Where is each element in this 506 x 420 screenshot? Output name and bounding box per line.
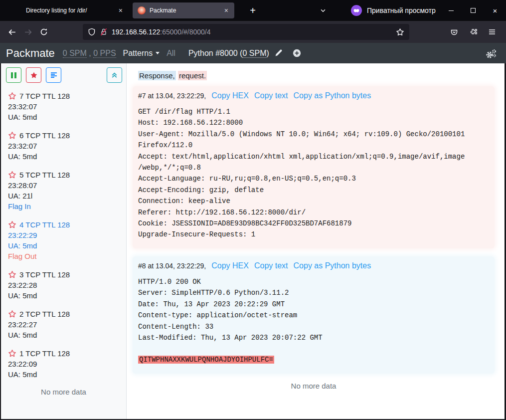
extensions-puzzle-icon[interactable] xyxy=(465,24,481,40)
favorite-star-icon[interactable] xyxy=(8,92,16,100)
tab-directory-listing[interactable]: Directory listing for /dir/ × xyxy=(7,2,129,18)
all-services-link[interactable]: All xyxy=(167,49,175,58)
stream-user-agent: UA: 5md xyxy=(8,369,119,380)
edit-service-pencil-icon[interactable] xyxy=(274,49,283,57)
url-bar[interactable]: 192.168.56.122:65000/#/8000/4 xyxy=(83,24,409,40)
pocket-icon[interactable] xyxy=(446,24,462,40)
stream-time: 23:22:29 xyxy=(8,230,119,240)
copy-text-link[interactable]: Copy text xyxy=(254,261,288,270)
copy-text-link[interactable]: Copy text xyxy=(254,91,288,100)
packet-header: #7 at 13.04, 23:22:29, xyxy=(138,92,206,100)
caret-down-icon xyxy=(156,52,160,54)
double-chevron-up-icon xyxy=(111,71,118,79)
tab-packmate[interactable]: Packmate × xyxy=(133,2,234,18)
pps-stat: 0 PPS xyxy=(93,49,116,58)
maximize-button[interactable] xyxy=(462,0,484,21)
window-controls: × xyxy=(440,0,506,21)
stream-item-3[interactable]: 3 TCP TTL 128 23:22:28 UA: 5md xyxy=(8,269,119,301)
stream-title: 2 TCP TTL 128 xyxy=(19,309,70,319)
settings-gears-icon[interactable] xyxy=(485,48,497,59)
traffic-stats: 0 SPM , 0 PPS xyxy=(63,49,116,58)
stream-item-2[interactable]: 2 TCP TTL 128 23:22:27 UA: 5md xyxy=(8,309,119,340)
tab-bar: Directory listing for /dir/ × Packmate ×… xyxy=(0,0,506,21)
copy-hex-link[interactable]: Copy HEX xyxy=(211,261,249,270)
stream-title: 4 TCP TTL 128 xyxy=(19,219,70,230)
stream-user-agent: UA: 5md xyxy=(8,240,119,251)
stream-list: 7 TCP TTL 128 23:32:07 UA: 5md 6 TCP TTL… xyxy=(1,87,126,419)
forward-button[interactable] xyxy=(20,24,36,40)
browser-window: Directory listing for /dir/ × Packmate ×… xyxy=(0,0,506,420)
add-service-plus-icon[interactable] xyxy=(293,49,301,57)
favorite-star-icon[interactable] xyxy=(8,171,16,179)
packet-header: #8 at 13.04, 23:22:29, xyxy=(138,262,206,270)
favorite-star-icon[interactable] xyxy=(8,270,16,279)
list-view-button[interactable] xyxy=(46,67,61,83)
response-payload: HTTP/1.0 200 OK Server: SimpleHTTP/0.6 P… xyxy=(138,276,489,343)
flag-value: QITWPHNAXXKWULPQNHOAJDYOIHPULFC= xyxy=(138,356,274,364)
favorite-star-icon[interactable] xyxy=(8,131,16,140)
packmate-header: Packmate 0 SPM , 0 PPS Patterns All Pyth… xyxy=(0,43,506,63)
copy-hex-link[interactable]: Copy HEX xyxy=(211,91,249,100)
stream-item-6[interactable]: 6 TCP TTL 128 23:32:07 UA: 5md xyxy=(8,130,119,162)
url-path: :65000/#/8000/4 xyxy=(160,28,210,36)
sidebar-toolbar xyxy=(1,63,126,87)
stream-item-5[interactable]: 5 TCP TTL 128 23:28:07 UA: 21l Flag In xyxy=(8,170,119,211)
copy-python-bytes-link[interactable]: Copy as Python bytes xyxy=(294,261,371,270)
close-button[interactable]: × xyxy=(484,0,506,21)
pause-capture-button[interactable] xyxy=(6,67,21,83)
insecure-lock-icon[interactable] xyxy=(100,28,108,36)
stream-title: 3 TCP TTL 128 xyxy=(19,269,70,280)
navigation-toolbar: 192.168.56.122:65000/#/8000/4 xyxy=(0,21,506,43)
copy-python-bytes-link[interactable]: Copy as Python bytes xyxy=(294,91,371,100)
brand-title[interactable]: Packmate xyxy=(6,47,55,60)
url-text[interactable]: 192.168.56.122:65000/#/8000/4 xyxy=(112,28,392,36)
stream-user-agent: UA: 5md xyxy=(8,290,119,301)
stream-user-agent: UA: 5md xyxy=(8,151,119,162)
stream-title: 1 TCP TTL 128 xyxy=(19,348,70,359)
flag-match-line: QITWPHNAXXKWULPQNHOAJDYOIHPULFC= xyxy=(138,354,489,365)
stream-time: 23:22:28 xyxy=(8,280,119,290)
stream-title: 7 TCP TTL 128 xyxy=(19,91,70,101)
stream-sidebar: 7 TCP TTL 128 23:32:07 UA: 5md 6 TCP TTL… xyxy=(1,63,127,419)
new-tab-button[interactable]: + xyxy=(245,3,260,18)
stream-item-1[interactable]: 1 TCP TTL 128 23:22:09 UA: 5md xyxy=(8,348,119,380)
packmate-favicon xyxy=(138,6,146,14)
flag-in-link[interactable]: Flag In xyxy=(8,201,119,211)
app-body: 7 TCP TTL 128 23:32:07 UA: 5md 6 TCP TTL… xyxy=(0,63,506,420)
favorite-star-icon[interactable] xyxy=(8,220,16,229)
private-browsing-label: Приватный просмотр xyxy=(367,6,436,14)
tab-close-icon[interactable]: × xyxy=(222,6,230,14)
stream-title: 5 TCP TTL 128 xyxy=(19,170,70,180)
bookmark-star-icon[interactable] xyxy=(396,28,404,36)
stream-time: 23:22:27 xyxy=(8,319,119,330)
favorite-star-icon[interactable] xyxy=(8,310,16,318)
stream-item-7[interactable]: 7 TCP TTL 128 23:32:07 UA: 5md xyxy=(8,91,119,122)
align-left-icon xyxy=(50,71,58,79)
back-button[interactable] xyxy=(4,24,20,40)
stream-user-agent: UA: 5md xyxy=(8,330,119,340)
packet-detail-pane: Response, request. #7 at 13.04, 23:22:29… xyxy=(127,63,505,419)
list-tabs-chevron-icon[interactable] xyxy=(316,3,330,17)
collapse-sidebar-button[interactable] xyxy=(107,67,122,83)
stream-user-agent: UA: 21l xyxy=(8,191,119,201)
menu-hamburger-icon[interactable] xyxy=(484,24,500,40)
shield-icon[interactable] xyxy=(88,28,96,36)
stream-item-4-selected[interactable]: 4 TCP TTL 128 23:22:29 UA: 5md Flag Out xyxy=(8,219,119,261)
url-host: 192.168.56.122 xyxy=(112,28,160,36)
star-icon xyxy=(30,71,38,79)
reload-button[interactable] xyxy=(36,24,52,40)
sidebar-no-more-data: No more data xyxy=(8,388,119,396)
flag-out-link[interactable]: Flag Out xyxy=(8,251,119,261)
minimize-button[interactable] xyxy=(440,0,462,21)
favorites-filter-button[interactable] xyxy=(26,67,41,83)
service-tab-python-8000[interactable]: Python #8000 (0 SPM) xyxy=(188,49,269,58)
patterns-dropdown[interactable]: Patterns xyxy=(123,49,160,58)
service-spm: 0 SPM xyxy=(242,49,266,58)
stream-time: 23:22:09 xyxy=(8,359,119,369)
stream-time: 23:28:07 xyxy=(8,180,119,191)
spm-stat: 0 SPM xyxy=(63,49,87,58)
tab-close-icon[interactable]: × xyxy=(117,6,125,14)
legend-request: request. xyxy=(178,71,207,80)
toolbar-right-icons xyxy=(446,24,500,40)
favorite-star-icon[interactable] xyxy=(8,349,16,358)
